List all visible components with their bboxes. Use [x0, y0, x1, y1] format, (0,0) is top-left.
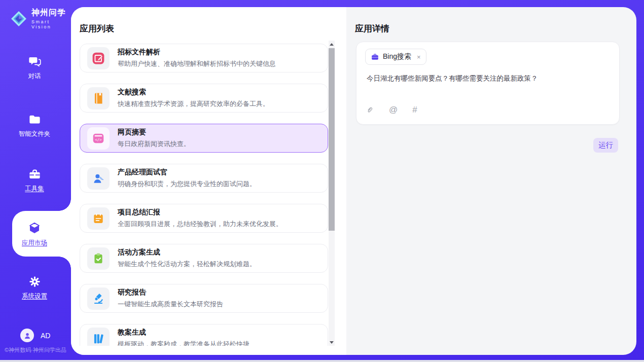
sidebar: 神州问学 Smart Vision 对话 智能文件夹: [0, 0, 71, 360]
sidebar-item-label: 系统设置: [22, 292, 47, 301]
avatar: [20, 329, 34, 342]
sidebar-item-label: 应用市场: [22, 239, 47, 247]
triangle-down-icon: [330, 341, 334, 344]
sidebar-item-settings[interactable]: 系统设置: [0, 275, 69, 301]
user-account[interactable]: AD: [0, 329, 71, 342]
sidebar-item-chat[interactable]: 对话: [0, 55, 69, 81]
copyright-footer: ©神州数码·神州问学出品: [0, 346, 71, 354]
sidebar-item-label: 智能文件夹: [19, 130, 51, 138]
app-card-literature-search[interactable]: 文献搜索 快速精准查找学术资源，提高研究效率的必备工具。: [80, 84, 328, 113]
brand-logo: 神州问学 Smart Vision: [10, 8, 71, 29]
clipboard-check-icon: [87, 247, 110, 270]
app-card-bid-parse[interactable]: 招标文件解析 帮助用户快速、准确地理解和解析招标书中的关键信息: [80, 44, 328, 73]
brand-subtitle: Smart Vision: [31, 19, 71, 29]
app-card-project-summary[interactable]: 项目总结汇报 全面回顾项目进展，总结经验教训，助力未来优化发展。: [80, 204, 328, 233]
briefcase-icon: [371, 53, 379, 61]
list-scrollbar[interactable]: [329, 41, 335, 346]
app-card-lesson-plan[interactable]: 教案生成 模板驱动，教案秒成，教学准备从此轻松快捷: [80, 324, 328, 346]
app-card-list: 招标文件解析 帮助用户快速、准确地理解和解析招标书中的关键信息 文献搜索: [80, 44, 328, 346]
app-name: 教案生成: [118, 328, 249, 337]
gear-icon: [28, 275, 42, 288]
attachment-toolbar: @ #: [366, 105, 417, 115]
app-desc: 每日政府新闻资讯快查。: [118, 139, 190, 149]
sidebar-item-app-market[interactable]: 应用市场: [0, 221, 69, 247]
app-desc: 模板驱动，教案秒成，教学准备从此轻松快捷: [118, 340, 249, 346]
app-card-web-summary[interactable]: </> 网页摘要 每日政府新闻资讯快查。: [80, 124, 328, 153]
paperclip-icon[interactable]: [366, 105, 374, 115]
app-list-title: 应用列表: [80, 23, 114, 34]
app-name: 网页摘要: [118, 128, 190, 137]
app-desc: 全面回顾项目进展，总结经验教训，助力未来优化发展。: [118, 220, 282, 229]
scrollbar-thumb[interactable]: [329, 48, 335, 231]
app-window: 神州问学 Smart Vision 对话 智能文件夹: [0, 0, 644, 360]
app-desc: 智能生成个性化活动方案，轻松解决规划难题。: [118, 260, 256, 269]
app-name: 研究报告: [118, 288, 223, 297]
prompt-card: Bing搜索 × 今日湖北有哪些新闻要点？有哪些需要关注的最新政策？ @ #: [356, 42, 620, 125]
sidebar-item-toolset[interactable]: 工具集: [0, 167, 69, 193]
app-desc: 一键智能生成高质量长文本研究报告: [118, 300, 223, 309]
app-name: 项目总结汇报: [118, 208, 282, 217]
app-card-event-plan[interactable]: 活动方案生成 智能生成个性化活动方案，轻松解决规划难题。: [80, 244, 328, 273]
sidebar-item-smart-folder[interactable]: 智能文件夹: [0, 113, 69, 138]
app-desc: 帮助用户快速、准确地理解和解析招标书中的关键信息: [118, 59, 276, 68]
app-name: 活动方案生成: [118, 248, 256, 257]
app-card-research-report[interactable]: 研究报告 一键智能生成高质量长文本研究报告: [80, 284, 328, 313]
app-list-panel: 应用列表 招标文件解析 帮助用户快速、准确地理解和解析招标书中的关键信息: [71, 7, 346, 355]
interviewer-person-icon: [87, 167, 110, 190]
main-content: 应用列表 招标文件解析 帮助用户快速、准确地理解和解析招标书中的关键信息: [71, 7, 636, 355]
calendar-note-icon: [87, 207, 110, 230]
brand-title: 神州问学: [31, 8, 71, 18]
chat-icon: [28, 55, 42, 68]
app-desc: 快速精准查找学术资源，提高研究效率的必备工具。: [118, 99, 269, 108]
app-name: 文献搜索: [118, 88, 269, 97]
prompt-text-input[interactable]: 今日湖北有哪些新闻要点？有哪些需要关注的最新政策？: [367, 74, 610, 84]
sidebar-item-label: 工具集: [25, 185, 44, 193]
at-mention-icon[interactable]: @: [389, 105, 398, 115]
app-detail-title: 应用详情: [355, 23, 389, 34]
web-code-window-icon: </>: [87, 127, 110, 150]
sidebar-item-label: 对话: [28, 72, 41, 81]
app-name: 产品经理面试官: [118, 168, 256, 177]
app-desc: 明确身份和职责，为您提供专业性的面试问题。: [118, 179, 256, 189]
bid-doc-edit-icon: [87, 47, 110, 69]
tool-chip-label: Bing搜索: [383, 52, 411, 61]
run-button[interactable]: 运行: [593, 138, 618, 153]
orange-book-icon: [87, 87, 110, 110]
scroll-down-button[interactable]: [329, 339, 335, 346]
scroll-up-button[interactable]: [329, 41, 335, 48]
hash-tag-icon[interactable]: #: [412, 105, 417, 115]
svg-text:</>: </>: [95, 137, 102, 142]
diamond-logo-icon: [10, 10, 27, 27]
app-card-pm-interviewer[interactable]: 产品经理面试官 明确身份和职责，为您提供专业性的面试问题。: [80, 164, 328, 193]
triangle-up-icon: [330, 43, 334, 46]
toolbox-icon: [28, 167, 42, 181]
microscope-icon: [87, 287, 110, 310]
tool-chip-bing-search[interactable]: Bing搜索 ×: [365, 49, 426, 65]
chip-close-icon[interactable]: ×: [417, 53, 421, 61]
books-icon: [87, 328, 110, 346]
cube-icon: [27, 221, 42, 235]
app-name: 招标文件解析: [118, 48, 276, 57]
user-name: AD: [41, 332, 50, 340]
folder-icon: [28, 113, 42, 126]
app-detail-panel: 应用详情 Bing搜索 × 今日湖北有哪些新闻要点？有哪些需要关注的最新政策？: [346, 7, 636, 355]
